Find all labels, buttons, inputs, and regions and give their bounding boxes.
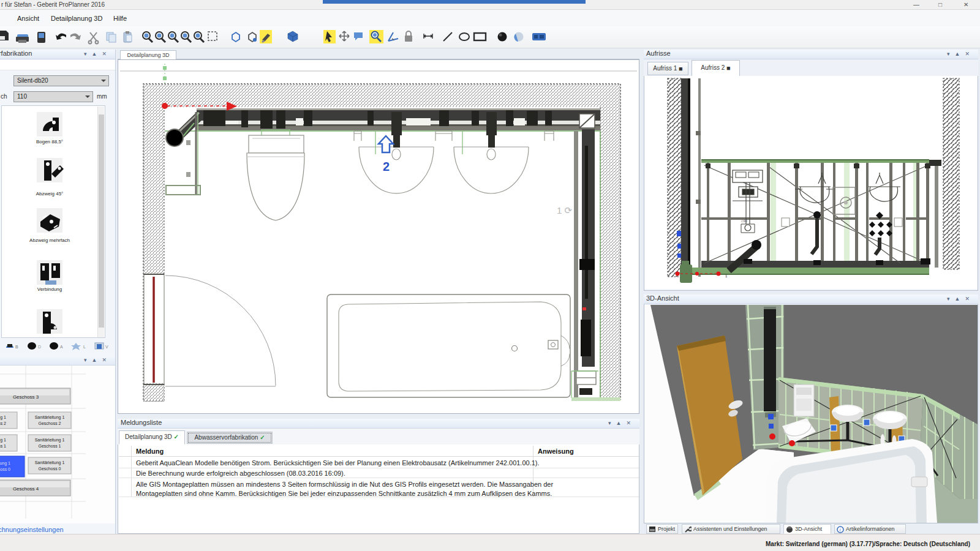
svg-text:∅90: ∅90	[741, 219, 747, 223]
svg-text:L: L	[83, 345, 86, 349]
svg-text:leitung 1: leitung 1	[0, 461, 10, 466]
svg-text:Geschoss 1: Geschoss 1	[39, 444, 61, 448]
svg-text:Abzweig mehrfach: Abzweig mehrfach	[29, 238, 70, 243]
svg-text:Sanitärleitung 1: Sanitärleitung 1	[35, 438, 65, 443]
svg-text:Geschoss 4: Geschoss 4	[13, 486, 39, 492]
svg-text:hoss 0: hoss 0	[0, 467, 10, 471]
svg-text:D: D	[38, 345, 41, 349]
svg-text:Geschoss 2: Geschoss 2	[39, 421, 61, 425]
svg-text:V: V	[105, 345, 108, 349]
svg-text:2: 2	[383, 160, 390, 173]
svg-text:hoss 2: hoss 2	[0, 421, 6, 425]
svg-text:A: A	[60, 345, 63, 349]
svg-text:Geschoss 0: Geschoss 0	[39, 467, 61, 471]
svg-text:Geschoss 3: Geschoss 3	[13, 394, 39, 400]
svg-text:Sanitärleitung 1: Sanitärleitung 1	[35, 460, 65, 465]
svg-text:Bogen 88,5°: Bogen 88,5°	[36, 139, 63, 144]
svg-text:hoss 1: hoss 1	[0, 444, 6, 448]
svg-text:B: B	[15, 345, 18, 349]
svg-text:i: i	[840, 527, 841, 533]
svg-text:1 ⟳: 1 ⟳	[557, 205, 573, 216]
svg-text:Abzweig 45°: Abzweig 45°	[36, 191, 64, 197]
svg-text:leitung 1: leitung 1	[0, 415, 6, 420]
svg-text:Sanitärleitung 1: Sanitärleitung 1	[35, 415, 65, 420]
svg-text:leitung 1: leitung 1	[0, 438, 6, 443]
svg-text:Verbindung: Verbindung	[37, 287, 62, 292]
